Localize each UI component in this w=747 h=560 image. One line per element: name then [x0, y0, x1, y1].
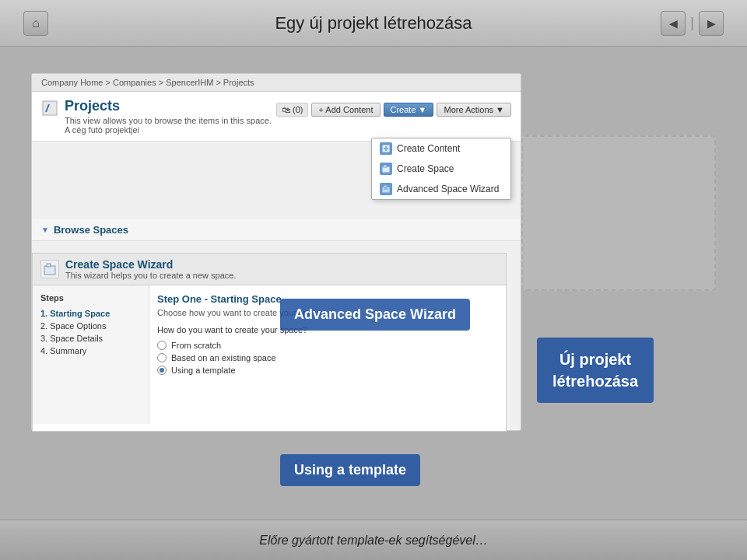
advanced-wizard-icon — [380, 183, 392, 195]
svg-rect-8 — [384, 185, 387, 187]
wizard-title: Create Space Wizard — [65, 258, 237, 271]
svg-rect-0 — [43, 101, 57, 115]
option-template-label: Using a template — [171, 366, 236, 375]
svg-rect-10 — [44, 266, 55, 275]
main-content: Company Home > Companies > SpencerIHM > … — [0, 47, 747, 520]
option-from-scratch[interactable]: From scratch — [157, 341, 498, 350]
forward-button[interactable]: ▶ — [699, 11, 724, 36]
screenshot-area: Company Home > Companies > SpencerIHM > … — [31, 73, 716, 493]
wizard-header: Create Space Wizard This wizard helps yo… — [33, 254, 506, 285]
add-content-button[interactable]: + Add Content — [311, 103, 380, 117]
alfresco-panel: Company Home > Companies > SpencerIHM > … — [31, 73, 521, 431]
option-template[interactable]: Using a template — [157, 366, 498, 375]
projects-title: Projects — [65, 98, 272, 114]
step-2: 2. Space Options — [40, 320, 141, 332]
wizard-icon — [40, 260, 59, 278]
wizard-panel: Create Space Wizard This wizard helps yo… — [32, 253, 507, 432]
option-existing-label: Based on an existing space — [171, 353, 276, 362]
radio-template[interactable] — [157, 366, 167, 375]
step-3: 3. Space Details — [40, 332, 141, 345]
top-bar: ⌂ Egy új projekt létrehozása ◀ | ▶ — [0, 0, 747, 47]
browse-spaces-title: Browse Spaces — [54, 224, 128, 236]
create-button[interactable]: Create ▼ — [384, 103, 434, 117]
nav-separator: | — [690, 15, 694, 31]
projects-info: Projects This view allows you to browse … — [65, 98, 272, 135]
callout-advanced-space-wizard: Advanced Space Wizard — [280, 299, 470, 331]
back-button[interactable]: ◀ — [661, 11, 686, 36]
dropdown-menu: Create Content Create Space Advanced Spa… — [371, 138, 511, 200]
create-content-icon — [380, 142, 392, 155]
svg-rect-11 — [47, 264, 51, 267]
radio-existing[interactable] — [157, 353, 167, 362]
steps-label: Steps — [40, 293, 141, 303]
dropdown-item-create-content[interactable]: Create Content — [372, 138, 510, 159]
wizard-description: This wizard helps you to create a new sp… — [65, 271, 237, 280]
item-count-badge: 🛍 (0) — [276, 103, 308, 117]
edit-icon — [41, 100, 58, 117]
wizard-title-area: Create Space Wizard This wizard helps yo… — [65, 258, 237, 280]
projects-subtitle2: A cég futó projektjei — [65, 125, 272, 135]
dropdown-item-create-space[interactable]: Create Space — [372, 159, 510, 179]
header-actions: 🛍 (0) + Add Content Create ▼ More Action… — [276, 103, 511, 117]
bag-icon: 🛍 — [282, 105, 290, 114]
svg-rect-6 — [384, 165, 387, 167]
home-button[interactable]: ⌂ — [23, 11, 48, 36]
collapse-triangle-icon: ▼ — [41, 226, 49, 234]
footer-text: Előre gyártott template-ek segítségével… — [259, 534, 487, 548]
advanced-wizard-label: Advanced Space Wizard — [397, 184, 499, 194]
dropdown-item-advanced-wizard[interactable]: Advanced Space Wizard — [372, 179, 510, 199]
wizard-steps-panel: Steps 1. Starting Space 2. Space Options… — [33, 285, 149, 424]
step-1: 1. Starting Space — [40, 307, 141, 320]
callout-projekt-line2: létrehozása — [552, 373, 638, 390]
item-count: (0) — [293, 105, 303, 114]
browse-spaces-section: ▼ Browse Spaces — [32, 219, 521, 241]
create-space-label: Create Space — [397, 163, 454, 174]
projects-description: This view allows you to browse the items… — [65, 116, 272, 125]
dashed-outline-box — [521, 135, 716, 291]
option-from-scratch-label: From scratch — [171, 341, 221, 350]
breadcrumb: Company Home > Companies > SpencerIHM > … — [32, 74, 521, 92]
create-space-icon — [380, 163, 392, 175]
callout-uj-projekt: Új projekt létrehozása — [537, 338, 654, 403]
nav-buttons: ◀ | ▶ — [661, 11, 724, 36]
page-title: Egy új projekt létrehozása — [275, 13, 472, 33]
projects-title-area: Projects This view allows you to browse … — [41, 98, 272, 135]
create-content-label: Create Content — [397, 143, 460, 154]
radio-from-scratch[interactable] — [157, 341, 167, 350]
step-4: 4. Summary — [40, 345, 141, 357]
bottom-bar: Előre gyártott template-ek segítségével… — [0, 520, 747, 560]
more-actions-button[interactable]: More Actions ▼ — [437, 103, 511, 117]
callout-projekt-line1: Új projekt — [559, 351, 631, 368]
projects-header: Projects This view allows you to browse … — [32, 92, 521, 142]
callout-using-template: Using a template — [280, 454, 420, 486]
option-existing[interactable]: Based on an existing space — [157, 353, 498, 362]
